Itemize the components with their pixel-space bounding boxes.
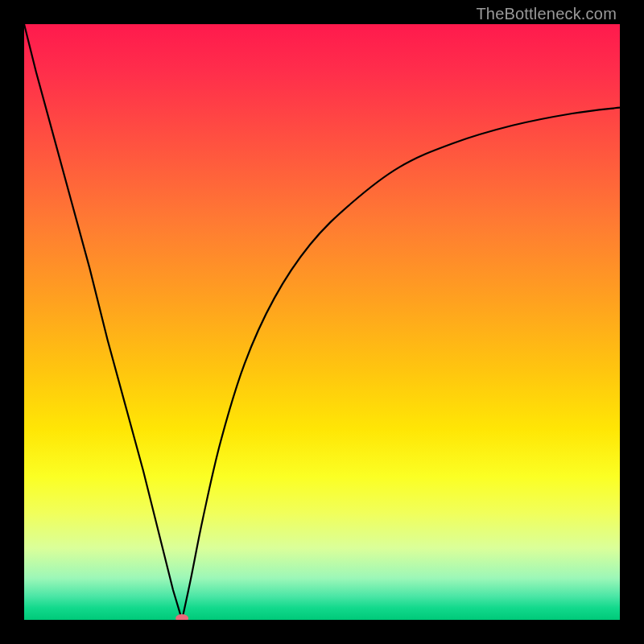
bottleneck-curve bbox=[24, 24, 620, 620]
watermark-text: TheBottleneck.com bbox=[476, 5, 617, 23]
chart-frame: TheBottleneck.com bbox=[0, 0, 644, 644]
curve-line bbox=[24, 24, 620, 620]
minimum-marker bbox=[175, 614, 188, 620]
plot-area bbox=[24, 24, 620, 620]
